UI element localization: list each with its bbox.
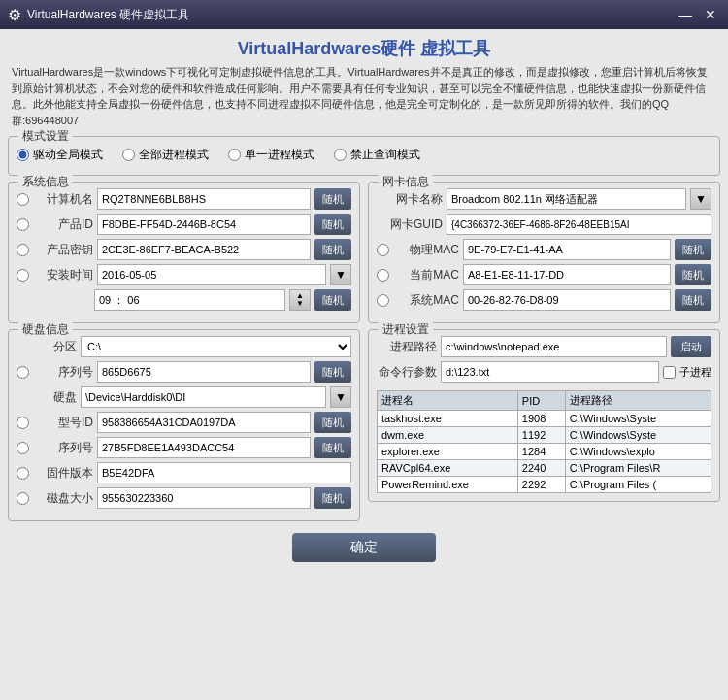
physical-mac-random-btn[interactable]: 随机	[675, 239, 711, 260]
disk-serial-radio[interactable]	[17, 366, 29, 379]
table-row[interactable]: dwm.exe1192C:\Windows\Syste	[378, 427, 711, 444]
confirm-button[interactable]: 确定	[292, 533, 436, 562]
computer-name-label: 计算机名	[33, 191, 93, 208]
physical-mac-input[interactable]	[463, 239, 671, 260]
disk-model-serial-input[interactable]	[97, 437, 311, 458]
app-icon: ⚙	[8, 6, 21, 24]
install-date-radio[interactable]	[17, 269, 29, 282]
disk-size-radio[interactable]	[17, 492, 29, 505]
guid-input[interactable]	[447, 214, 711, 235]
physical-mac-radio[interactable]	[377, 244, 389, 256]
spinner-down-icon[interactable]: ▼	[296, 300, 304, 308]
disk-size-random-btn[interactable]: 随机	[314, 487, 351, 509]
adapter-name-input[interactable]	[447, 188, 686, 210]
current-mac-row: 当前MAC 随机	[377, 264, 711, 285]
computer-name-input[interactable]	[97, 188, 311, 210]
install-date-input[interactable]	[97, 264, 326, 285]
disk-model-id-label: 型号ID	[33, 415, 93, 431]
product-key-input[interactable]	[97, 239, 311, 260]
mode-drive-global-radio[interactable]	[17, 149, 29, 161]
cmd-args-row: 命令行参数 子进程	[377, 361, 711, 383]
col-process-path: 进程路径	[565, 391, 711, 411]
mode-drive-global[interactable]: 驱动全局模式	[17, 147, 103, 163]
mode-all-process-radio[interactable]	[122, 149, 135, 161]
header-section: VirtualHardwares硬件 虚拟工具 VirtualHardwares…	[8, 37, 720, 128]
cmd-args-input[interactable]	[441, 361, 659, 383]
disk-model-serial-random-btn[interactable]: 随机	[314, 437, 351, 458]
system-mac-random-btn[interactable]: 随机	[675, 289, 711, 311]
guid-label: 网卡GUID	[377, 217, 443, 233]
process-pid: 1284	[517, 444, 565, 460]
firmware-input[interactable]	[97, 462, 351, 483]
disk-device-dropdown[interactable]: ▼	[330, 386, 351, 408]
system-mac-row: 系统MAC 随机	[377, 289, 711, 311]
close-button[interactable]: ✕	[701, 5, 720, 24]
adapter-name-row: 网卡名称 ▼	[377, 188, 711, 210]
disk-model-id-row: 型号ID 随机	[17, 412, 351, 433]
product-key-radio[interactable]	[17, 244, 29, 256]
child-process-label: 子进程	[679, 365, 711, 380]
current-mac-label: 当前MAC	[393, 267, 459, 283]
disk-device-input[interactable]	[81, 386, 326, 408]
mode-deny-query-label: 禁止查询模式	[350, 147, 420, 163]
table-row[interactable]: taskhost.exe1908C:\Windows\Syste	[378, 411, 711, 427]
product-key-label: 产品密钥	[33, 242, 93, 258]
mode-all-process[interactable]: 全部进程模式	[122, 147, 209, 163]
install-time-input[interactable]	[94, 289, 285, 311]
system-mac-label: 系统MAC	[393, 292, 459, 309]
disk-size-input[interactable]	[97, 487, 311, 509]
table-row[interactable]: PowerRemind.exe2292C:\Program Files (	[378, 477, 711, 493]
disk-model-serial-radio[interactable]	[17, 442, 29, 454]
product-key-random-btn[interactable]: 随机	[314, 239, 351, 260]
install-date-row: 安装时间 ▼	[17, 264, 351, 285]
product-key-row: 产品密钥 随机	[17, 239, 351, 260]
process-path: C:\Program Files (	[565, 477, 711, 493]
disk-device-label: 硬盘	[17, 389, 77, 406]
processes-table-container[interactable]: 进程名 PID 进程路径 taskhost.exe1908C:\Windows\…	[377, 386, 711, 493]
partition-select[interactable]: C:\	[81, 336, 351, 357]
time-spinner[interactable]: ▲ ▼	[289, 289, 311, 311]
system-mac-input[interactable]	[463, 289, 671, 311]
child-process-checkbox[interactable]	[663, 366, 676, 379]
computer-name-random-btn[interactable]: 随机	[314, 188, 351, 210]
product-id-random-btn[interactable]: 随机	[314, 214, 351, 235]
process-path-input[interactable]	[441, 336, 667, 357]
partition-label: 分区	[17, 339, 77, 355]
table-row[interactable]: explorer.exe1284C:\Windows\explo	[378, 444, 711, 460]
current-mac-radio[interactable]	[377, 269, 389, 282]
product-id-radio[interactable]	[17, 218, 29, 231]
product-id-input[interactable]	[97, 214, 311, 235]
process-pid: 1908	[517, 411, 565, 427]
system-mac-radio[interactable]	[377, 294, 389, 307]
disk-model-serial-label: 序列号	[33, 440, 93, 456]
firmware-radio[interactable]	[17, 467, 29, 480]
disk-model-id-input[interactable]	[97, 412, 311, 433]
current-mac-random-btn[interactable]: 随机	[675, 264, 711, 285]
time-random-btn[interactable]: 随机	[314, 289, 351, 311]
mode-single-process-radio[interactable]	[228, 149, 241, 161]
adapter-dropdown[interactable]: ▼	[690, 188, 711, 210]
mode-deny-query[interactable]: 禁止查询模式	[334, 147, 420, 163]
two-col-layout: 系统信息 计算机名 随机 产品ID 随机 产品密钥	[8, 182, 720, 527]
mode-single-process-label: 单一进程模式	[245, 147, 314, 163]
disk-model-id-random-btn[interactable]: 随机	[314, 412, 351, 433]
computer-name-radio[interactable]	[17, 193, 29, 206]
process-path: C:\Windows\explo	[565, 444, 711, 460]
process-path-row: 进程路径 启动	[377, 336, 711, 357]
install-date-dropdown[interactable]: ▼	[330, 264, 351, 285]
disk-model-id-radio[interactable]	[17, 417, 29, 429]
table-row[interactable]: RAVCpl64.exe2240C:\Program Files\R	[378, 460, 711, 477]
product-id-label: 产品ID	[33, 217, 93, 233]
mode-deny-query-radio[interactable]	[334, 149, 347, 161]
mode-single-process[interactable]: 单一进程模式	[228, 147, 314, 163]
disk-serial-input[interactable]	[97, 361, 311, 383]
product-id-row: 产品ID 随机	[17, 214, 351, 235]
process-path-label: 进程路径	[377, 339, 437, 355]
disk-serial-row: 序列号 随机	[17, 361, 351, 383]
disk-serial-random-btn[interactable]: 随机	[314, 361, 351, 383]
process-name: dwm.exe	[378, 427, 518, 444]
start-button[interactable]: 启动	[671, 336, 711, 357]
current-mac-input[interactable]	[463, 264, 671, 285]
minimize-button[interactable]: —	[676, 5, 695, 24]
title-bar: ⚙ VirtualHardwares 硬件虚拟工具 — ✕	[0, 0, 728, 29]
